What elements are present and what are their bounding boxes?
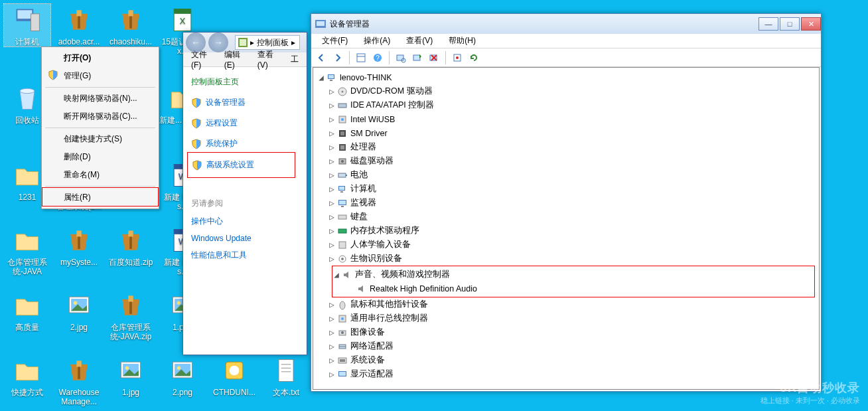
- svg-point-94: [341, 331, 344, 334]
- context-menu-item[interactable]: 打开(O): [44, 49, 157, 67]
- tree-twisty[interactable]: ▷: [328, 114, 336, 124]
- maximize-button[interactable]: □: [780, 17, 800, 31]
- menu-item[interactable]: 帮助(H): [441, 35, 484, 46]
- tree-node[interactable]: ▷电池: [328, 168, 815, 182]
- tree-node[interactable]: ▷Intel WiUSB: [328, 112, 815, 126]
- tree-node[interactable]: ▷计算机: [328, 182, 815, 196]
- tree-node[interactable]: ▷图像设备: [328, 325, 815, 339]
- tree-twisty[interactable]: ▷: [328, 254, 336, 264]
- breadcrumb-sep[interactable]: ▸: [250, 38, 254, 47]
- desktop-icon-2jpg[interactable]: 2.jpg: [56, 289, 102, 332]
- desktop-icon-cthduni[interactable]: CTHDUNI...: [211, 355, 257, 397]
- tree-twisty[interactable]: ▷: [328, 128, 336, 138]
- toolbar-uninstall-icon[interactable]: [427, 50, 441, 65]
- tree-twisty[interactable]: ▷: [328, 369, 336, 379]
- tree-twisty[interactable]: ▷: [328, 355, 336, 365]
- desktop-icon-chaoshiku[interactable]: chaoshiku...: [108, 4, 154, 46]
- tree-twisty[interactable]: ◢: [332, 270, 340, 280]
- tree-node[interactable]: ▷监视器: [328, 196, 815, 210]
- tree-node[interactable]: ▷SM Driver: [328, 126, 815, 140]
- menu-item[interactable]: 工: [283, 54, 307, 65]
- context-menu-item[interactable]: 重命名(M): [44, 166, 157, 184]
- tree-node[interactable]: ▷系统设备: [328, 353, 815, 367]
- tree-node[interactable]: ▷生物识别设备: [328, 252, 815, 266]
- tree-node-sound[interactable]: ◢声音、视频和游戏控制器: [332, 268, 814, 282]
- desktop-icon-computer[interactable]: 计算机: [4, 4, 50, 46]
- tree-twisty[interactable]: ▷: [328, 100, 336, 110]
- tree-twisty[interactable]: ▷: [328, 86, 336, 96]
- toolbar-properties-icon[interactable]: [450, 50, 465, 65]
- tree-node[interactable]: ▷网络适配器: [328, 339, 815, 353]
- toolbar-update-icon[interactable]: [410, 50, 425, 65]
- tree-twisty[interactable]: ▷: [328, 240, 336, 250]
- tree-node[interactable]: ▷IDE ATA/ATAPI 控制器: [328, 98, 815, 112]
- context-menu-item[interactable]: 管理(G): [44, 67, 157, 85]
- toolbar-back-icon[interactable]: [314, 50, 328, 65]
- see-also-link[interactable]: 性能信息和工具: [191, 250, 291, 261]
- toolbar-show-hide-icon[interactable]: [354, 50, 368, 65]
- see-also-link[interactable]: Windows Update: [191, 234, 291, 243]
- tree-twisty[interactable]: ▷: [328, 212, 336, 222]
- tree-node[interactable]: ▷鼠标和其他指针设备: [328, 297, 815, 311]
- tree-twisty[interactable]: ▷: [328, 341, 336, 351]
- tree-root[interactable]: ◢lenovo-THINK: [317, 70, 815, 84]
- tree-twisty[interactable]: ◢: [317, 72, 325, 82]
- desktop-icon-1jpg[interactable]: 1.jpg: [108, 355, 154, 397]
- context-menu-item[interactable]: 属性(R): [44, 189, 157, 206]
- toolbar-refresh-icon[interactable]: [467, 50, 481, 65]
- link-device-manager[interactable]: 设备管理器: [191, 97, 291, 108]
- link-control-panel-home[interactable]: 控制面板主页: [191, 76, 291, 88]
- context-menu-item[interactable]: 断开网络驱动器(C)...: [44, 108, 157, 125]
- desktop-icon-2png[interactable]: 2.png: [159, 355, 206, 397]
- toolbar-help-icon[interactable]: ?: [370, 50, 385, 65]
- link-remote-settings[interactable]: 远程设置: [191, 118, 291, 129]
- tree-node[interactable]: ▷处理器: [328, 140, 815, 154]
- device-manager-titlebar[interactable]: 设备管理器 — □ ✕: [311, 14, 821, 34]
- device-tree[interactable]: ◢lenovo-THINK▷DVD/CD-ROM 驱动器▷IDE ATA/ATA…: [313, 67, 820, 390]
- desktop-icon-warehouse[interactable]: Warehouse Manage...: [56, 355, 102, 407]
- link-system-protection[interactable]: 系统保护: [191, 138, 291, 149]
- see-also-link[interactable]: 操作中心: [191, 216, 291, 227]
- tree-node-realtek[interactable]: Realtek High Definition Audio: [332, 282, 814, 295]
- toolbar-scan-icon[interactable]: [394, 50, 408, 65]
- tree-twisty[interactable]: ▷: [328, 313, 336, 323]
- link-advanced-system-settings[interactable]: 高级系统设置: [192, 159, 291, 171]
- close-button[interactable]: ✕: [801, 17, 821, 31]
- desktop-icon-baidu[interactable]: 百度知道.zip: [108, 224, 154, 267]
- context-menu-item[interactable]: 创建快捷方式(S): [44, 130, 157, 148]
- tree-node[interactable]: ▷内存技术驱动程序: [328, 224, 815, 238]
- minimize-button[interactable]: —: [759, 17, 778, 31]
- tree-twisty[interactable]: ▷: [328, 184, 336, 194]
- menu-item[interactable]: 查看(V): [398, 35, 441, 46]
- breadcrumb-sep[interactable]: ▸: [291, 38, 295, 47]
- menu-item[interactable]: 文件(F): [314, 35, 356, 46]
- nav-back-button[interactable]: ←: [186, 33, 206, 52]
- desktop-icon-mysystem[interactable]: mySyste...: [56, 224, 102, 267]
- tree-node[interactable]: ▷键盘: [328, 210, 815, 224]
- breadcrumb-item[interactable]: 控制面板: [257, 37, 289, 48]
- tree-node[interactable]: ▷人体学输入设备: [328, 238, 815, 252]
- address-bar[interactable]: ▸ 控制面板 ▸: [235, 35, 300, 50]
- tree-node[interactable]: ▷DVD/CD-ROM 驱动器: [328, 84, 815, 98]
- tree-twisty[interactable]: ▷: [328, 198, 336, 208]
- tree-node[interactable]: ▷通用串行总线控制器: [328, 311, 815, 325]
- tree-twisty[interactable]: ▷: [328, 327, 336, 337]
- context-menu-item[interactable]: 映射网络驱动器(N)...: [44, 90, 157, 108]
- tree-node[interactable]: ▷磁盘驱动器: [328, 154, 815, 168]
- desktop-icon-adobe[interactable]: adobe.acr...: [56, 4, 102, 46]
- desktop-icon-gaozhiliang[interactable]: 高质量: [4, 289, 50, 332]
- nav-forward-button[interactable]: →: [208, 33, 228, 52]
- desktop-icon-cangku2[interactable]: 仓库管理系统-JAVA.zip: [108, 289, 154, 342]
- tree-twisty[interactable]: ▷: [328, 142, 336, 152]
- context-menu-item[interactable]: 删除(D): [44, 148, 157, 166]
- menu-item[interactable]: 操作(A): [356, 35, 398, 46]
- tree-twisty[interactable]: ▷: [328, 299, 336, 309]
- desktop-icon-kuaijie[interactable]: 快捷方式: [4, 355, 50, 397]
- tree-twisty[interactable]: ▷: [328, 170, 336, 180]
- desktop-icon-wenben[interactable]: 文本.txt: [263, 355, 309, 397]
- tree-twisty[interactable]: ▷: [328, 226, 336, 236]
- desktop-icon-cangku[interactable]: 仓库管理系统-JAVA: [4, 224, 50, 277]
- toolbar-forward-icon[interactable]: [330, 50, 345, 65]
- tree-twisty[interactable]: ▷: [328, 156, 336, 166]
- tree-node[interactable]: ▷显示适配器: [328, 367, 815, 381]
